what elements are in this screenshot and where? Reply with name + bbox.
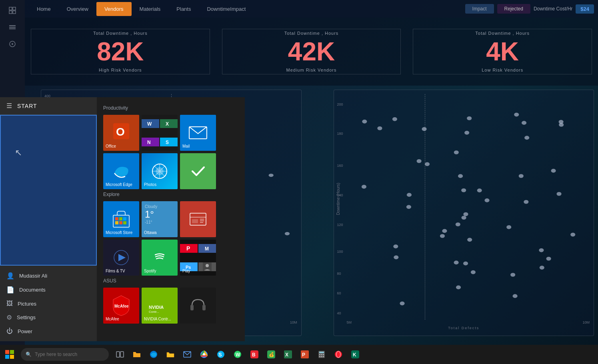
kpi-low-label: Total Downtime , Hours [415,31,590,36]
svg-text:W: W [147,121,152,127]
office-o-letter: O [111,121,131,145]
tile-mail[interactable]: Mail [180,115,216,151]
sidebar-icon-2[interactable] [5,20,20,34]
kpi-medium-value: 42K [224,39,399,64]
tile-weather[interactable]: Cloudy 1° -11° Ottawa [142,201,178,237]
tile-weather-label: Ottawa [144,230,157,235]
svg-rect-300 [321,354,322,355]
user-icon: 👤 [6,272,14,280]
footer-settings-label: Settings [17,314,36,320]
taskbar-edge-icon[interactable] [146,345,162,364]
tile-films[interactable]: Films & TV [103,240,139,276]
nav-tab-overview[interactable]: Overview [59,2,96,16]
tile-edge[interactable]: Microsoft Edge [103,153,139,189]
taskbar-mail-icon[interactable] [179,345,195,364]
taskbar-excel-icon[interactable]: X [280,345,296,364]
taskbar-ppt-icon[interactable]: P [297,345,313,364]
svg-point-192 [521,121,526,125]
svg-rect-298 [319,352,324,353]
taskbar-chrome-icon[interactable] [196,345,212,364]
taskbar-calculator-icon[interactable] [314,345,330,364]
downtime-value[interactable]: $24 [576,4,594,14]
footer-user-label: Mudassir Ali [19,273,47,279]
svg-point-8 [12,43,13,45]
taskbar[interactable]: 🔍 S W [0,345,598,364]
taskbar-whatsapp-icon[interactable]: W [230,345,246,364]
taskview-icon[interactable] [112,345,128,364]
taskbar-search[interactable]: 🔍 [21,348,109,361]
footer-documents[interactable]: 📄 Documents [0,283,97,297]
tile-films-label: Films & TV [106,269,125,273]
tile-photos[interactable]: Photos [142,153,178,189]
start-selected-area: ↖ [0,115,97,266]
taskbar-opera-icon[interactable] [330,345,346,364]
weather-feels: -11° [145,220,152,224]
svg-point-272 [206,264,209,267]
chart-right-x-label: Total Defects [448,326,479,330]
file-explorer-icon[interactable] [129,345,145,364]
tile-spotify[interactable]: Spotify [142,240,178,276]
search-input[interactable] [35,352,99,357]
svg-rect-253 [115,221,118,224]
taskbar-kaspersky-icon[interactable]: K [347,345,363,364]
taskbar-buzz-icon[interactable]: B [246,345,262,364]
sidebar-icon-1[interactable] [5,3,20,18]
pictures-icon: 🖼 [6,300,13,307]
nav-tab-vendors[interactable]: Vendors [96,2,132,16]
documents-icon: 📄 [6,286,14,294]
nav-tab-downtimeimpact[interactable]: DowntimeImpact [199,2,254,16]
nav-tab-materials[interactable]: Materials [132,2,169,16]
start-menu-left[interactable]: ☰ START ↖ 👤 Mudassir Ali 📄 Documents 🖼 P… [0,97,97,341]
taskbar-skype-icon[interactable]: S [213,345,229,364]
svg-text:Contr...: Contr... [149,310,159,314]
svg-rect-278 [202,305,206,310]
tile-edge-label: Microsoft Edge [106,182,132,187]
footer-settings[interactable]: ⚙ Settings [0,310,97,324]
svg-point-223 [467,238,472,242]
start-header: ☰ START [0,97,97,115]
tile-mcafee[interactable]: McAfee McAfee [103,288,139,324]
svg-point-101 [269,174,274,177]
taskbar-folder-icon[interactable] [162,345,178,364]
svg-point-194 [470,270,475,274]
start-footer: 👤 Mudassir Ali 📄 Documents 🖼 Pictures ⚙ … [0,266,97,341]
impact-button[interactable]: Impact [465,4,494,14]
tile-check[interactable] [180,153,216,189]
nav-tab-home[interactable]: Home [29,2,59,16]
tile-store-label: Microsoft Store [106,230,132,235]
svg-rect-0 [9,7,12,10]
tile-office[interactable]: O Office [103,115,139,151]
nav-right-controls: Impact Rejected Downtime Cost/Hr $24 [465,4,598,14]
tile-nvidia[interactable]: NVIDIA Contr... NVIDIA Contr... [142,288,178,324]
svg-point-191 [455,222,460,226]
sidebar-icon-3[interactable] [5,37,20,51]
svg-point-225 [461,216,466,220]
taskbar-wallet-icon[interactable]: 💰 [263,345,279,364]
rejected-button[interactable]: Rejected [497,4,530,14]
tile-headset[interactable] [180,288,216,324]
svg-point-232 [556,192,561,196]
tile-news[interactable] [180,201,216,237]
tile-play-label: Play [182,269,190,273]
footer-power-label: Power [18,328,32,334]
footer-pictures[interactable]: 🖼 Pictures [0,297,97,310]
tile-store[interactable]: Microsoft Store [103,201,139,237]
top-navigation: Home Overview Vendors Materials Plants D… [25,0,598,18]
nav-tab-plants[interactable]: Plants [168,2,199,16]
start-button[interactable] [0,345,19,364]
svg-point-211 [377,126,382,130]
start-menu-right[interactable]: Productivity O Office W X [97,97,245,341]
kpi-high-value: 82K [33,39,208,64]
footer-power[interactable]: ⏻ Power [0,324,97,338]
tiles-row-3: Microsoft Store Cloudy 1° -11° Ottawa [103,201,238,237]
svg-point-220 [361,185,366,189]
svg-text:B: B [252,352,256,358]
footer-user[interactable]: 👤 Mudassir Ali [0,269,97,283]
svg-point-202 [467,116,472,120]
svg-point-222 [393,244,398,248]
svg-point-217 [506,225,511,229]
tile-mail-label: Mail [182,144,190,148]
tile-ms365[interactable]: W X N S [142,115,178,151]
svg-point-208 [406,205,411,209]
tile-play[interactable]: P M Ps Play [180,240,216,276]
